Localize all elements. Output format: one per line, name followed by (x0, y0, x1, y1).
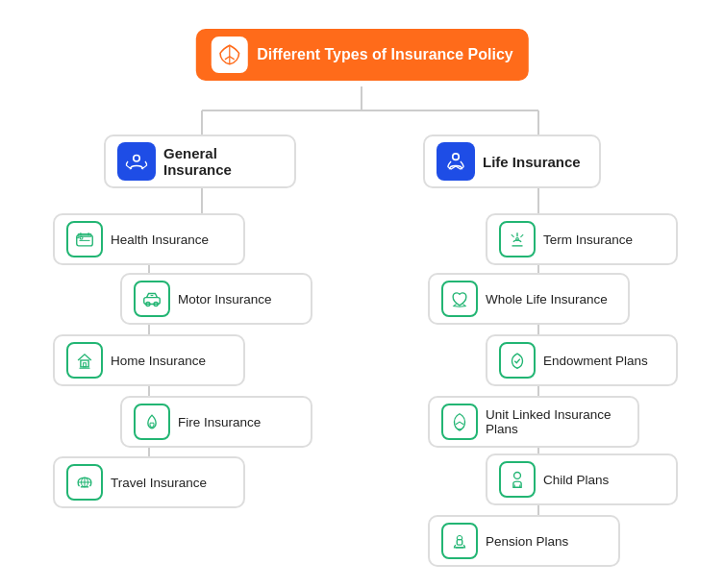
general-icon (117, 142, 156, 181)
svg-point-36 (514, 472, 521, 478)
svg-point-25 (453, 154, 460, 160)
motor-label: Motor Insurance (178, 292, 272, 306)
travel-insurance-node: Travel Insurance (53, 456, 245, 508)
child-icon (499, 461, 536, 498)
life-insurance-node: Life Insurance (423, 135, 601, 188)
fire-icon (134, 404, 170, 440)
child-plans-node: Child Plans (486, 453, 678, 505)
motor-icon (134, 281, 170, 317)
fire-label: Fire Insurance (178, 415, 261, 429)
endowment-node: Endowment Plans (486, 334, 678, 386)
health-icon (66, 221, 103, 257)
endowment-icon (499, 342, 536, 379)
pension-label: Pension Plans (486, 534, 568, 549)
whole-life-node: Whole Life Insurance (428, 273, 630, 325)
term-label: Term Insurance (543, 233, 633, 247)
home-insurance-node: Home Insurance (53, 334, 245, 386)
pension-icon (441, 523, 478, 559)
ulip-icon (441, 404, 478, 440)
whole-life-icon (441, 281, 478, 317)
travel-label: Travel Insurance (111, 476, 207, 490)
term-icon (499, 221, 536, 257)
life-label: Life Insurance (483, 154, 581, 170)
ulip-node: Unit Linked Insurance Plans (428, 396, 639, 448)
pension-node: Pension Plans (428, 515, 620, 567)
child-label: Child Plans (543, 473, 609, 487)
root-icon (211, 37, 247, 73)
term-insurance-node: Term Insurance (486, 213, 678, 265)
svg-point-24 (134, 156, 140, 162)
root-label: Different Types of Insurance Policy (257, 46, 512, 63)
general-label: General Insurance (163, 145, 283, 178)
health-insurance-node: Health Insurance (53, 213, 245, 265)
home-icon (66, 342, 103, 379)
endowment-label: Endowment Plans (543, 354, 648, 368)
health-label: Health Insurance (111, 233, 209, 247)
home-label: Home Insurance (111, 354, 206, 368)
diagram: Different Types of Insurance Policy Gene… (0, 0, 724, 588)
root-node: Different Types of Insurance Policy (195, 29, 528, 81)
life-icon (437, 142, 475, 181)
svg-rect-37 (457, 540, 462, 546)
svg-rect-32 (81, 360, 88, 367)
fire-insurance-node: Fire Insurance (120, 396, 312, 448)
svg-point-35 (516, 238, 519, 241)
travel-icon (66, 464, 103, 501)
motor-insurance-node: Motor Insurance (120, 273, 312, 325)
general-insurance-node: General Insurance (104, 135, 296, 188)
ulip-label: Unit Linked Insurance Plans (486, 407, 626, 436)
whole-life-label: Whole Life Insurance (486, 292, 608, 306)
